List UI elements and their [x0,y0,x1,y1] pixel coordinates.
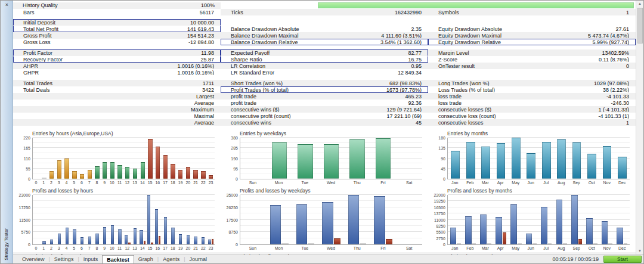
stat-value: 154 514.23 [187,33,214,39]
bar [193,170,197,179]
y-tick-label: 0 [236,177,238,181]
stat-value: 10 000.00 [190,20,214,26]
stat-label: GHPR [23,70,39,76]
bar-slot [109,138,116,179]
bar-slot [123,195,131,244]
scrollbar-thumb[interactable] [637,8,643,44]
bar-slot [493,138,508,179]
profit-bar [556,200,563,244]
start-button[interactable]: Start [603,256,642,263]
tab-journal[interactable]: Journal [185,255,212,263]
tab-agents[interactable]: Agents [159,255,184,263]
x-tick-label: 19 [177,181,184,187]
profit-bar [541,207,547,244]
bar-slot [370,138,397,179]
stat-value: 27.61 [615,26,629,32]
tab-backtest[interactable]: Backtest [102,255,134,263]
bar-slot [147,195,154,244]
scroll-up-icon[interactable]: ▲ [638,1,642,7]
bar-slot [463,138,478,179]
scroll-down-icon[interactable]: ▼ [638,249,642,254]
bar [272,142,287,179]
profit-bar [270,205,281,244]
y-tick-label: 180 [438,136,445,140]
bar-slot [55,195,63,244]
x-tick-label: Mar [478,181,493,187]
status-right: 00:05:19 / 00:05:19Start [552,255,643,263]
x-tick-label: Jun [524,181,539,187]
stats-section-1: Bars56117Ticks162432990Symbols1Initial D… [13,9,636,45]
stat-value: 1 [626,120,629,126]
bar-slot [267,195,293,244]
history-quality-progress-bar [318,2,634,8]
profit-bar [179,234,182,244]
x-tick-label: 12 [123,246,131,252]
bar [117,165,122,179]
charts-grid: Entries by hours (Asia,Europe,USA)055110… [13,130,636,253]
x-tick-label: Fri [370,246,397,252]
x-tick-label: 20 [184,246,192,252]
x-tick-label: 13 [131,246,139,252]
x-tick-label: 6 [78,181,86,187]
bar-slot [123,138,131,179]
profit-bar [194,237,197,244]
x-tick-label: Dec [615,246,630,252]
stat-label: consecutive wins [231,120,271,126]
tab-graph[interactable]: Graph [134,255,157,263]
bar-slot [78,138,86,179]
tab-settings[interactable]: Settings [50,255,78,263]
chart-bars [240,138,422,179]
stat-value: 682 (98.83%) [389,80,422,86]
x-tick-label: 10 [109,246,116,252]
y-tick-label: 17500 [227,218,238,222]
x-tick-label: 14 [139,181,147,187]
x-tick-label: 5 [70,246,78,252]
y-tick-label: 0 [236,243,238,247]
stat-value: 1 [626,10,629,15]
bar-slot [539,138,554,179]
chart-profits-and-losses-by-weekdays: Profits and losses by weekdays0875017500… [221,187,428,253]
loss-bar [457,243,461,244]
chart-title: Profits and losses by weekdays [240,188,311,194]
stat-label: Total Trades [23,80,52,86]
x-tick-label: 13 [131,181,139,187]
x-tick-label: 9 [101,181,109,187]
bar [186,167,190,179]
tab-overview[interactable]: Overview [18,255,49,263]
stat-value: -12 894.80 [188,39,214,45]
tab-inputs[interactable]: Inputs [79,255,103,263]
bar-slot [94,195,101,244]
bar-slot [41,138,48,179]
stat-row: Initial Deposit10 000.00 [13,19,636,26]
x-tick-label: Jun [524,246,539,252]
profit-bar [187,235,190,244]
stat-cell: profit trade465.23 [221,93,428,100]
stat-row: Total Deals3422Profit Trades (% of total… [13,86,636,93]
stat-value: 4 111.60 (3.51%) [381,33,422,39]
stat-cell [428,19,636,26]
stat-label: LR Correlation [231,63,265,69]
stat-label: Short Trades (won %) [231,80,283,86]
bar-slot [154,195,162,244]
bar-slot [48,138,55,179]
bar-slot [177,138,184,179]
loss-bar [334,238,340,244]
vertical-scrollbar[interactable]: ▲ ▼ [636,1,643,254]
history-quality-value: 100% [201,2,215,8]
bar-slot [177,195,184,244]
bar [103,162,107,179]
stat-label: Equity Drawdown Absolute [438,26,502,32]
chart-bars [33,138,215,179]
loss-bar [548,243,552,244]
bar-slot [109,195,116,244]
profit-bar [510,204,517,244]
close-icon[interactable]: × [3,2,11,8]
chart-plot: 05750115001725023000 [32,195,215,245]
x-tick-label: Thu [344,181,370,187]
stat-value: -4 101.33 (1) [598,113,629,119]
stat-cell: Loss Trades (% of total)38 (2.22%) [428,86,636,93]
bar-slot [169,138,177,179]
panel-side-strip: × Strategy Tester [1,1,13,263]
y-tick-label: 11500 [19,218,30,222]
y-tick-label: 95 [233,166,238,170]
